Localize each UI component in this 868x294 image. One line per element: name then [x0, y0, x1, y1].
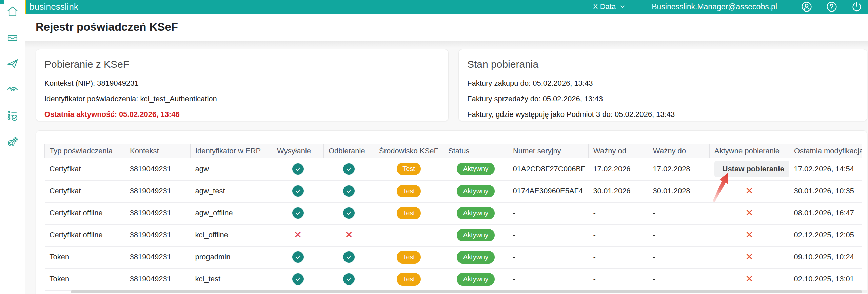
cell-modified: 09.10.2025, 10:24: [789, 246, 862, 268]
user-email: Businesslink.Manager@assecobs.pl: [652, 2, 777, 12]
cell-env: Test: [374, 202, 443, 224]
cell-sending: [272, 246, 324, 268]
column-header-11: Ostatnia modyfikacja: [789, 144, 862, 158]
app-logo: businesslink: [26, 2, 78, 12]
cell-valid_from: -: [589, 202, 648, 224]
sidebar-item-tasks[interactable]: [6, 109, 19, 122]
cell-status: Aktywny: [443, 224, 508, 246]
credentials-table: Typ poświadczeniaKontekstIdentyfikator w…: [44, 144, 862, 291]
check-icon: [292, 251, 304, 263]
context-selector-label: X Data: [593, 2, 616, 11]
set-download-button[interactable]: Ustaw pobieranie: [714, 161, 789, 177]
help-button[interactable]: [825, 0, 838, 13]
table-row[interactable]: Token3819049231kci_testTestAktywny---✕02…: [45, 268, 862, 290]
credentials-table-card: Typ poświadczeniaKontekstIdentyfikator w…: [36, 130, 867, 294]
cell-status: Aktywny: [443, 246, 508, 268]
chevron-down-icon: [619, 3, 626, 10]
cell-active: ✕: [710, 180, 789, 202]
check-icon: [292, 207, 304, 219]
check-icon: [292, 273, 304, 285]
horizontal-scrollbar-track[interactable]: [71, 290, 868, 293]
cell-sending: [272, 158, 324, 180]
x-icon: ✕: [745, 186, 753, 196]
cell-active: ✕: [710, 268, 789, 290]
status-badge: Aktywny: [457, 207, 495, 219]
table-row[interactable]: Certyfikat offline3819049231agw_offlineT…: [45, 202, 862, 224]
sidebar-item-settings[interactable]: [6, 135, 19, 148]
question-icon: [826, 1, 837, 13]
power-icon: [851, 1, 863, 13]
cell-kontekst: 3819049231: [125, 180, 191, 202]
cell-valid_to: 17.02.2028: [648, 158, 710, 180]
cell-erp_id: agw: [191, 158, 272, 180]
x-icon: ✕: [294, 230, 302, 240]
cell-kontekst: 3819049231: [125, 268, 191, 290]
cell-status: Aktywny: [443, 268, 508, 290]
cell-type: Certyfikat: [45, 158, 125, 180]
download-card-title: Pobieranie z KSeF: [44, 59, 438, 70]
table-row[interactable]: Certyfikat offline3819049231kci_offline✕…: [45, 224, 862, 246]
checklist-icon: [6, 110, 19, 122]
cell-sending: ✕: [272, 224, 324, 246]
cell-env: Test: [374, 180, 443, 202]
cell-serial: -: [508, 202, 589, 224]
sidebar-item-home[interactable]: [6, 5, 19, 18]
cell-active: ✕: [710, 246, 789, 268]
page-title: Rejestr poświadczeń KSeF: [25, 21, 178, 34]
purchase-invoices-line: Faktury zakupu do: 05.02.2026, 13:43: [467, 79, 857, 88]
inbox-icon: [6, 31, 19, 44]
cell-modified: 08.01.2026, 16:47: [789, 202, 862, 224]
subject3-invoices-line: Faktury, gdzie występuję jako Podmiot 3 …: [467, 110, 857, 119]
environment-badge: Test: [397, 185, 421, 197]
column-header-7: Numer seryjny: [508, 144, 589, 158]
status-badge: Aktywny: [457, 273, 495, 286]
cell-sending: [272, 180, 324, 202]
horizontal-scrollbar-thumb[interactable]: [71, 290, 862, 293]
context-selector[interactable]: X Data: [593, 2, 626, 11]
cell-erp_id: progadmin: [191, 246, 272, 268]
sidebar-item-partners[interactable]: [6, 83, 19, 96]
cell-valid_from: -: [589, 224, 648, 246]
column-header-8: Ważny od: [589, 144, 648, 158]
cell-receiving: ✕: [324, 224, 374, 246]
table-row[interactable]: Certyfikat3819049231agw_testTestAktywny0…: [45, 180, 862, 202]
cell-kontekst: 3819049231: [125, 202, 191, 224]
cell-env: [374, 224, 443, 246]
check-icon: [292, 163, 304, 175]
cell-erp_id: kci_offline: [191, 224, 272, 246]
content-area: Pobieranie z KSeF Kontekst (NIP): 381904…: [25, 41, 868, 294]
logout-button[interactable]: [850, 0, 863, 13]
x-icon: ✕: [745, 208, 753, 218]
table-row[interactable]: Token3819049231progadminTestAktywny---✕0…: [45, 246, 862, 268]
cell-valid_from: 30.01.2026: [589, 180, 648, 202]
cell-modified: 17.02.2026, 14:54: [789, 158, 862, 180]
download-card: Pobieranie z KSeF Kontekst (NIP): 381904…: [36, 49, 449, 121]
status-card: Stan pobierania Faktury zakupu do: 05.02…: [458, 49, 867, 121]
corner-accent: [0, 0, 4, 4]
table-row[interactable]: Certyfikat3819049231agwTestAktywny01A2CD…: [45, 158, 862, 180]
cell-valid_to: -: [648, 202, 710, 224]
cell-serial: 0174AE30960E5AF4: [508, 180, 589, 202]
column-header-0: Typ poświadczenia: [45, 144, 125, 158]
cell-receiving: [324, 268, 374, 290]
cell-serial: -: [508, 246, 589, 268]
cell-kontekst: 3819049231: [125, 224, 191, 246]
column-header-10: Aktywne pobieranie: [710, 144, 789, 158]
x-icon: ✕: [745, 274, 753, 284]
cell-env: Test: [374, 246, 443, 268]
sidebar-item-send[interactable]: [6, 57, 19, 70]
cell-modified: 02.10.2025, 13:01: [789, 268, 862, 290]
title-band: Rejestr poświadczeń KSeF: [25, 14, 868, 41]
account-button[interactable]: [800, 0, 813, 13]
status-badge: Aktywny: [457, 251, 495, 264]
check-icon: [343, 251, 355, 263]
cell-serial: 01A2CD8F27C006BF: [508, 158, 589, 180]
sidebar-item-inbox[interactable]: [6, 31, 19, 44]
column-header-1: Kontekst: [125, 144, 191, 158]
cell-erp_id: agw_offline: [191, 202, 272, 224]
table-header: Typ poświadczeniaKontekstIdentyfikator w…: [45, 144, 862, 158]
topbar: businesslink X Data Businesslink.Manager…: [25, 0, 868, 14]
environment-badge: Test: [397, 207, 421, 219]
home-icon: [6, 5, 19, 18]
cell-receiving: [324, 246, 374, 268]
